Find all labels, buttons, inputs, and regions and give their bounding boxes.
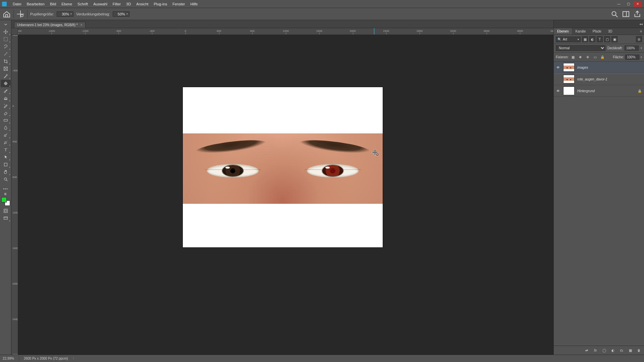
- window-minimize-button[interactable]: —: [614, 1, 623, 7]
- magic-wand-tool[interactable]: [1, 50, 11, 58]
- layer-visibility-toggle[interactable]: [556, 77, 560, 81]
- new-layer-icon[interactable]: ▦: [627, 347, 633, 353]
- edit-toolbar-icon[interactable]: •••: [1, 185, 11, 192]
- color-swatches[interactable]: [1, 197, 10, 206]
- fill-input[interactable]: [625, 55, 639, 60]
- panel-collapse-icon[interactable]: ◂◂: [639, 22, 643, 26]
- marquee-tool[interactable]: [1, 36, 11, 43]
- chevron-down-icon[interactable]: ▾: [578, 38, 579, 41]
- gradient-tool[interactable]: [1, 117, 11, 124]
- menu-fenster[interactable]: Fenster: [170, 0, 187, 8]
- layer-filter-kind[interactable]: 🔍 ▾: [556, 37, 581, 42]
- zoom-tool[interactable]: [1, 176, 11, 183]
- link-layers-icon[interactable]: ⇄: [584, 347, 590, 353]
- healing-tool[interactable]: [1, 80, 11, 87]
- menu-ansicht[interactable]: Ansicht: [133, 0, 151, 8]
- brush-tool[interactable]: [1, 87, 11, 95]
- menu-filter[interactable]: Filter: [110, 0, 123, 8]
- panel-menu-icon[interactable]: ≡: [638, 28, 644, 35]
- status-menu-icon[interactable]: 〉: [73, 356, 76, 361]
- menu-bearbeiten[interactable]: Bearbeiten: [24, 0, 47, 8]
- blur-tool[interactable]: [1, 124, 11, 131]
- opacity-input[interactable]: [625, 46, 639, 51]
- menu-bild[interactable]: Bild: [47, 0, 59, 8]
- workspace-icon[interactable]: [622, 10, 630, 18]
- collapsed-panel-strip[interactable]: ◂◂: [554, 20, 644, 28]
- menu-plug-ins[interactable]: Plug-ins: [151, 0, 170, 8]
- path-select-tool[interactable]: [1, 154, 11, 161]
- red-eye-tool-icon[interactable]: [16, 10, 24, 18]
- tab-channels[interactable]: Kanäle: [572, 28, 589, 35]
- ruler-horizontal[interactable]: -2000-1600-1200-800-40004008001200160020…: [18, 28, 553, 35]
- delete-layer-icon[interactable]: 🗑: [636, 347, 642, 353]
- menu-auswahl[interactable]: Auswahl: [91, 0, 110, 8]
- layer-thumbnail[interactable]: [563, 75, 575, 83]
- filter-smart-icon[interactable]: ▣: [611, 36, 618, 42]
- move-tool[interactable]: [1, 28, 11, 36]
- shape-tool[interactable]: [1, 161, 11, 168]
- lock-image-icon[interactable]: ✜: [585, 54, 591, 60]
- crop-tool[interactable]: [1, 58, 11, 65]
- filter-toggle[interactable]: ⊘: [636, 36, 642, 42]
- eyedropper-tool[interactable]: [1, 72, 11, 80]
- share-icon[interactable]: [633, 10, 641, 18]
- status-zoom[interactable]: 22,99%: [3, 357, 14, 360]
- default-colors-icon[interactable]: ◧: [4, 192, 7, 196]
- close-tab-icon[interactable]: ×: [80, 23, 83, 27]
- lock-position-icon[interactable]: ✥: [577, 54, 583, 60]
- filter-adjust-icon[interactable]: ◐: [589, 36, 595, 42]
- search-icon[interactable]: [610, 10, 619, 18]
- lock-pixels-icon[interactable]: ▦: [570, 54, 576, 60]
- darken-amount-input[interactable]: [114, 12, 125, 16]
- pen-tool[interactable]: [1, 139, 11, 146]
- blend-mode-select[interactable]: Normal: [556, 45, 605, 51]
- foreground-color-swatch[interactable]: [1, 197, 7, 202]
- pupil-size-input[interactable]: [58, 12, 69, 16]
- menu-datei[interactable]: Datei: [10, 0, 24, 8]
- frame-tool[interactable]: [1, 65, 11, 72]
- lasso-tool[interactable]: [1, 43, 11, 50]
- window-maximize-button[interactable]: ▢: [624, 1, 633, 7]
- menu-hilfe[interactable]: Hilfe: [187, 0, 200, 8]
- layer-row[interactable]: 👁Hintergrund🔒: [554, 85, 644, 97]
- new-fill-adj-icon[interactable]: ◐: [610, 347, 616, 353]
- layer-thumbnail[interactable]: [563, 86, 575, 95]
- layer-filter-kind-value[interactable]: [563, 38, 576, 41]
- tab-layers[interactable]: Ebenen: [554, 28, 572, 35]
- canvas-viewport[interactable]: [18, 35, 553, 355]
- ruler-origin[interactable]: [11, 28, 18, 35]
- tab-3d[interactable]: 3D: [605, 28, 616, 35]
- chevron-down-icon[interactable]: ▾: [641, 47, 642, 50]
- menu-schrift[interactable]: Schrift: [75, 0, 91, 8]
- chevron-down-icon[interactable]: ▾: [70, 12, 72, 15]
- new-group-icon[interactable]: 🗀: [619, 347, 625, 353]
- layer-fx-icon[interactable]: fx: [592, 347, 598, 353]
- filter-type-icon[interactable]: T: [597, 36, 603, 42]
- layer-thumbnail[interactable]: [563, 63, 575, 72]
- darken-amount-field[interactable]: ▾: [113, 11, 129, 17]
- expand-tools-icon[interactable]: [1, 21, 11, 28]
- layer-name[interactable]: rote_augen_davor-1: [577, 77, 635, 81]
- filter-shape-icon[interactable]: ▢: [604, 36, 610, 42]
- clone-stamp-tool[interactable]: [1, 95, 11, 102]
- menu-ebene[interactable]: Ebene: [59, 0, 75, 8]
- window-close-button[interactable]: ✕: [633, 1, 642, 7]
- layer-row[interactable]: rote_augen_davor-1: [554, 73, 644, 85]
- layer-name[interactable]: images: [577, 66, 635, 69]
- ruler-vertical[interactable]: -800-400040080012001600200024002800: [11, 35, 18, 355]
- layer-visibility-toggle[interactable]: 👁: [556, 88, 560, 93]
- screen-mode-icon[interactable]: [1, 215, 11, 222]
- type-tool[interactable]: [1, 146, 11, 154]
- layer-mask-icon[interactable]: ◯: [601, 347, 607, 353]
- tab-paths[interactable]: Pfade: [589, 28, 605, 35]
- lock-all-icon[interactable]: 🔒: [599, 54, 605, 60]
- filter-pixel-icon[interactable]: ▦: [582, 36, 588, 42]
- document-tab[interactable]: Unbenannt-1 bei 23% (images, RGB/8) * ×: [14, 22, 86, 28]
- history-brush-tool[interactable]: [1, 102, 11, 109]
- chevron-down-icon[interactable]: ▾: [126, 12, 128, 15]
- chevron-down-icon[interactable]: ▾: [641, 56, 642, 59]
- layer-visibility-toggle[interactable]: 👁: [556, 65, 560, 70]
- quick-mask-icon[interactable]: [1, 207, 11, 215]
- layer-row[interactable]: 👁images: [554, 62, 644, 73]
- eraser-tool[interactable]: [1, 109, 11, 117]
